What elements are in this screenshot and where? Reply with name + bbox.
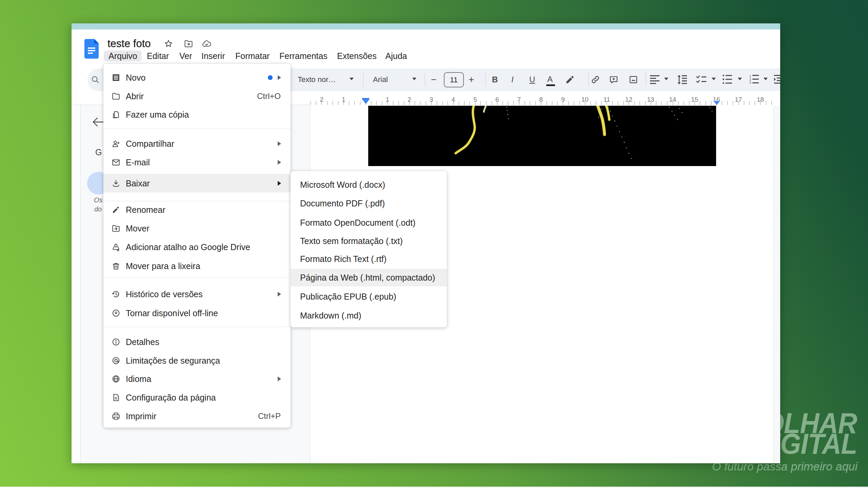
svg-text:3: 3: [749, 81, 751, 84]
